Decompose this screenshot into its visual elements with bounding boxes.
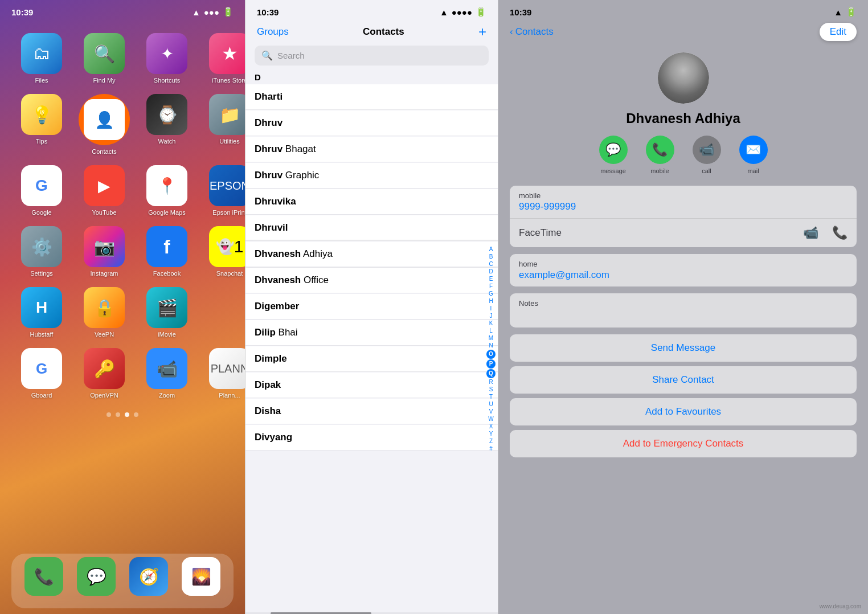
facetime-video-icon[interactable]: 📹 <box>803 226 818 240</box>
mobile-number[interactable]: 9999-999999 <box>519 201 847 212</box>
app-google[interactable]: G Google <box>16 165 67 216</box>
list-item-selected[interactable]: Dhvanesh Adhiya <box>245 241 498 267</box>
watch-icon: ⌚ <box>146 94 187 135</box>
send-message-button[interactable]: Send Message <box>510 334 857 362</box>
dock-phone[interactable]: 📞 <box>24 557 63 596</box>
app-shortcuts[interactable]: ✦ Shortcuts <box>141 33 193 84</box>
itunes-icon: ★ <box>209 33 245 74</box>
app-contacts-highlighted[interactable]: 👤 Contacts <box>79 94 130 155</box>
app-veepn[interactable]: 🔒 VeePN <box>79 287 130 338</box>
app-settings[interactable]: ⚙️ Settings <box>16 226 67 277</box>
mobile-action[interactable]: 📞 mobile <box>646 136 674 174</box>
email-address[interactable]: example@gmail.com <box>519 269 847 281</box>
list-item[interactable]: Dhruv Bhagat <box>245 137 498 162</box>
list-item[interactable]: Dhruv Graphic <box>245 163 498 189</box>
contact-first-name: Dhruv <box>255 170 282 181</box>
app-facebook[interactable]: f Facebook <box>141 226 193 277</box>
avatar-photo <box>658 52 709 104</box>
share-contact-button[interactable]: Share Contact <box>510 366 857 394</box>
contact-actions-row: 💬 message 📞 mobile 📹 call ✉️ mail <box>510 136 857 174</box>
app-files[interactable]: 🗂 Files <box>16 33 67 84</box>
app-youtube[interactable]: ▶ YouTube <box>79 165 130 216</box>
message-action[interactable]: 💬 message <box>599 136 628 174</box>
app-gboard[interactable]: G Gboard <box>16 348 67 399</box>
edit-button[interactable]: Edit <box>820 23 857 41</box>
alpha-O[interactable]: O <box>486 350 496 359</box>
alpha-Q[interactable]: Q <box>486 369 496 378</box>
add-emergency-button[interactable]: Add to Emergency Contacts <box>510 430 857 457</box>
list-item[interactable]: Dhruvika <box>245 189 498 215</box>
contacts-status-bar: 10:39 ▲ ●●●● 🔋 <box>245 0 498 19</box>
dock: 📞 💬 🧭 🌄 <box>0 550 245 603</box>
app-epson[interactable]: EPSON Epson iPrint <box>204 165 245 216</box>
back-button[interactable]: ‹ Contacts <box>510 26 554 38</box>
list-item[interactable]: Dhvanesh Office <box>245 268 498 293</box>
detail-navigation: ‹ Contacts Edit <box>498 19 868 47</box>
list-item[interactable]: Dhruv <box>245 110 498 136</box>
groups-button[interactable]: Groups <box>257 26 289 38</box>
utilities-icon: 📁 <box>209 94 245 135</box>
message-icon: 💬 <box>599 136 628 164</box>
app-openvpn[interactable]: 🔑 OpenVPN <box>79 348 130 399</box>
dock-safari[interactable]: 🧭 <box>129 557 168 596</box>
add-contact-button[interactable]: + <box>478 24 486 40</box>
contact-avatar <box>658 52 709 104</box>
findmy-label: Find My <box>93 77 115 84</box>
instagram-label: Instagram <box>91 270 118 277</box>
app-utilities[interactable]: 📁 Utilities <box>204 94 245 155</box>
video-action[interactable]: 📹 call <box>693 136 721 174</box>
mail-action[interactable]: ✉️ mail <box>739 136 768 174</box>
mobile-section: mobile 9999-999999 FaceTime 📹 📞 <box>510 186 857 247</box>
list-item[interactable]: Digember <box>245 294 498 320</box>
home-field-label: home <box>519 260 847 268</box>
contact-first-name: Dhruv <box>255 144 282 154</box>
add-favourites-button[interactable]: Add to Favourites <box>510 398 857 425</box>
contact-first-name: Dilip <box>255 327 276 338</box>
watch-label: Watch <box>158 138 176 145</box>
app-findmy[interactable]: 🔍 Find My <box>79 33 130 84</box>
app-instagram[interactable]: 📷 Instagram <box>79 226 130 277</box>
hubstaff-icon: H <box>21 287 62 328</box>
list-item[interactable]: Dharti <box>245 84 498 110</box>
app-zoom[interactable]: 📹 Zoom <box>141 348 193 399</box>
detail-content: Dhvanesh Adhiya 💬 message 📞 mobile 📹 cal… <box>498 47 868 614</box>
app-itunes[interactable]: ★ iTunes Store <box>204 33 245 84</box>
app-watch[interactable]: ⌚ Watch <box>141 94 193 155</box>
contact-name: Digember <box>255 301 299 312</box>
app-tips[interactable]: 💡 Tips <box>16 94 67 155</box>
alpha-P[interactable]: P <box>486 359 496 369</box>
list-item[interactable]: Dimple <box>245 346 498 372</box>
signal-icon: ●●● <box>204 7 219 17</box>
contacts-title: Contacts <box>363 26 404 38</box>
utilities-label: Utilities <box>219 138 239 145</box>
search-bar[interactable]: 🔍 Search <box>255 46 489 66</box>
openvpn-label: OpenVPN <box>90 392 118 399</box>
hubstaff-label: Hubstaff <box>30 331 54 338</box>
back-chevron-icon: ‹ <box>510 26 513 38</box>
app-planner[interactable]: PLANN Plann... <box>204 348 245 399</box>
list-item[interactable]: Disha <box>245 399 498 424</box>
back-label: Contacts <box>515 26 554 38</box>
settings-icon: ⚙️ <box>21 226 62 267</box>
contact-name: Dhruv <box>255 117 282 128</box>
home-screen: 10:39 ▲ ●●● 🔋 🗂 Files 🔍 Find My ✦ Shortc… <box>0 0 245 614</box>
contact-detail-panel: 10:39 ▲ 🔋 ‹ Contacts Edit Dhvanesh Adhiy… <box>498 0 868 614</box>
notes-label: Notes <box>519 299 847 308</box>
dock-messages[interactable]: 💬 <box>77 557 116 596</box>
app-gmaps[interactable]: 📍 Google Maps <box>141 165 193 216</box>
alphabetical-index[interactable]: A B C D E F G H I J K L M N O P Q R S T … <box>486 84 496 614</box>
tips-label: Tips <box>36 138 47 145</box>
list-item[interactable]: Dilip Bhai <box>245 320 498 346</box>
google-label: Google <box>31 209 51 216</box>
veepn-icon: 🔒 <box>84 287 125 328</box>
app-snapchat[interactable]: 👻 1 Snapchat <box>204 226 245 277</box>
list-item[interactable]: Divyang <box>245 425 498 451</box>
dock-photos[interactable]: 🌄 <box>182 557 220 596</box>
list-item[interactable]: Dhruvil <box>245 215 498 241</box>
facetime-audio-icon[interactable]: 📞 <box>832 226 847 240</box>
list-item[interactable]: Dipak <box>245 373 498 398</box>
epson-icon: EPSON <box>209 165 245 206</box>
mail-label: mail <box>747 167 759 174</box>
app-imovie[interactable]: 🎬 iMovie <box>141 287 193 338</box>
app-hubstaff[interactable]: H Hubstaff <box>16 287 67 338</box>
